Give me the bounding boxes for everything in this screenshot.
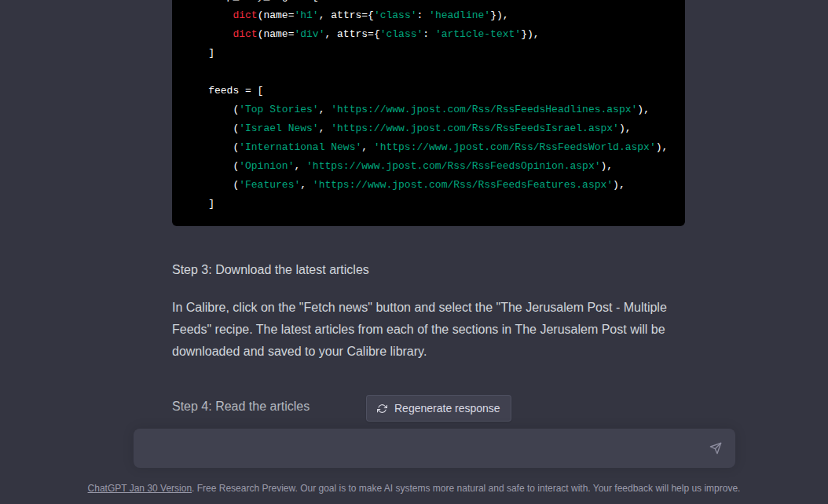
code-line: ('Features', 'https://www.jpost.com/Rss/… <box>184 176 673 195</box>
step-3-paragraph: In Calibre, click on the "Fetch news" bu… <box>172 297 687 363</box>
message-input[interactable] <box>134 429 735 468</box>
code-line: dict(name='h1', attrs={'class': 'headlin… <box>184 6 673 25</box>
footer-disclaimer: . Free Research Preview. Our goal is to … <box>192 483 740 494</box>
version-link[interactable]: ChatGPT Jan 30 Version <box>88 483 192 494</box>
code-line: keep_only_tags = [ <box>184 0 673 6</box>
composer <box>134 429 735 468</box>
send-button[interactable] <box>705 439 726 459</box>
step-3-heading: Step 3: Download the latest articles <box>172 259 687 281</box>
send-icon <box>709 442 722 457</box>
code-line: ('International News', 'https://www.jpos… <box>184 138 673 157</box>
code-line: dict(name='div', attrs={'class': 'articl… <box>184 25 673 44</box>
code-line: ('Israel News', 'https://www.jpost.com/R… <box>184 119 673 138</box>
footer: ChatGPT Jan 30 Version. Free Research Pr… <box>0 483 828 494</box>
code-line <box>184 63 673 82</box>
chat-page: keep_only_tags = [ dict(name='h1', attrs… <box>0 0 828 504</box>
regenerate-button[interactable]: Regenerate response <box>366 395 511 422</box>
code-line: feeds = [ <box>184 82 673 100</box>
code-block: keep_only_tags = [ dict(name='h1', attrs… <box>172 0 685 226</box>
code-line: ] <box>184 44 673 63</box>
code-line: ] <box>184 195 673 214</box>
code-line: ('Opinion', 'https://www.jpost.com/Rss/R… <box>184 157 673 176</box>
bottom-fade: Regenerate response ChatGPT Jan 30 Versi… <box>0 394 828 504</box>
code-line: ('Top Stories', 'https://www.jpost.com/R… <box>184 100 673 119</box>
regenerate-label: Regenerate response <box>394 402 500 415</box>
regenerate-icon <box>377 404 387 414</box>
